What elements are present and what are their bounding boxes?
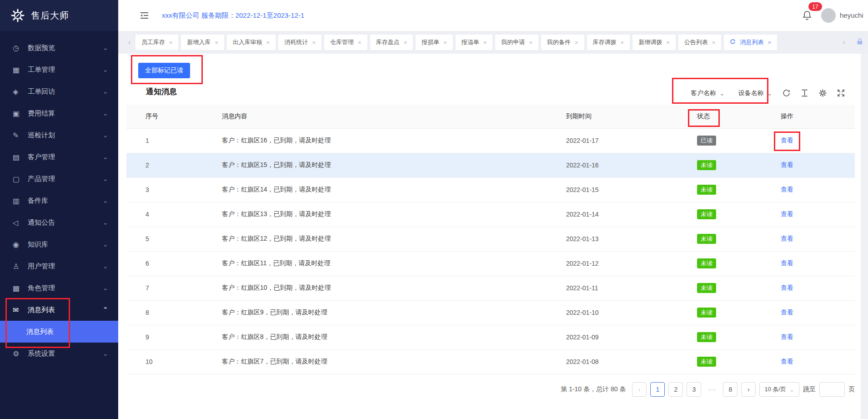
- tab-my-parts[interactable]: 我的备件 ×: [541, 35, 584, 50]
- status-badge: 未读: [697, 160, 716, 170]
- tab-message-list[interactable]: 消息列表 ×: [724, 35, 777, 50]
- billing-icon: ▣: [13, 109, 23, 118]
- close-icon[interactable]: ×: [529, 39, 532, 46]
- tabs-scroll-left-icon[interactable]: ‹: [128, 38, 131, 47]
- lock-icon[interactable]: [856, 38, 863, 47]
- announcement-icon: ◁: [13, 218, 23, 227]
- page-button-8[interactable]: 8: [723, 382, 738, 397]
- chevron-down-icon: ⌄: [102, 87, 108, 96]
- tab-new-inbound[interactable]: 新增入库 ×: [181, 35, 224, 50]
- jump-to-page-input[interactable]: [819, 382, 845, 397]
- close-icon[interactable]: ×: [169, 39, 173, 46]
- view-link[interactable]: 查看: [781, 308, 793, 316]
- sidebar-item-data-preview[interactable]: ◷ 数据预览 ⌄: [0, 37, 118, 59]
- refresh-icon[interactable]: [730, 39, 736, 46]
- chevron-down-icon: ⌄: [102, 240, 108, 248]
- user-mgmt-icon: ♙: [13, 262, 23, 271]
- menu-fold-icon[interactable]: [140, 12, 149, 21]
- close-icon[interactable]: ×: [768, 39, 771, 46]
- username[interactable]: heyuchi: [840, 0, 863, 31]
- page-button-2[interactable]: 2: [668, 382, 683, 397]
- sidebar-item-role-mgmt[interactable]: ▩ 角色管理 ⌄: [0, 277, 118, 299]
- view-link[interactable]: 查看: [781, 284, 793, 291]
- view-link[interactable]: 查看: [781, 333, 793, 340]
- sidebar-item-product-mgmt[interactable]: ▢ 产品管理 ⌄: [0, 168, 118, 190]
- tab-stock-take[interactable]: 库存盘点 ×: [370, 35, 413, 50]
- sidebar-item-announcement[interactable]: ◁ 通知公告 ⌄: [0, 212, 118, 233]
- chevron-down-icon: ⌄: [102, 175, 108, 183]
- sidebar-item-message-list[interactable]: ✉ 消息列表 ⌃: [0, 299, 118, 321]
- work-order-icon: ▦: [13, 66, 23, 74]
- spare-parts-icon: ▥: [13, 197, 23, 205]
- chevron-down-icon: ⌄: [102, 197, 108, 205]
- close-icon[interactable]: ×: [312, 39, 316, 46]
- page-button-3[interactable]: 3: [687, 382, 701, 397]
- tab-new-transfer[interactable]: 新增调拨 ×: [632, 35, 676, 50]
- close-icon[interactable]: ×: [443, 39, 447, 46]
- view-link[interactable]: 查看: [781, 235, 793, 242]
- close-icon[interactable]: ×: [358, 39, 361, 46]
- company-service-period[interactable]: xxx有限公司 服务期限：2022-12-1至2023-12-1: [162, 0, 304, 31]
- bell-icon[interactable]: [803, 10, 812, 22]
- sidebar-item-spare-parts[interactable]: ▥ 备件库 ⌄: [0, 190, 118, 212]
- tabs-container: 员工库存 × 新增入库 × 出入库审核 × 消耗统计 ×: [135, 35, 777, 50]
- sidebar-subitem-message-list-sub[interactable]: 消息列表: [0, 321, 118, 343]
- view-link[interactable]: 查看: [781, 161, 793, 168]
- sidebar-item-user-mgmt[interactable]: ♙ 用户管理 ⌄: [0, 255, 118, 277]
- settings-icon[interactable]: [818, 89, 827, 97]
- fullscreen-icon[interactable]: [837, 89, 845, 97]
- tab-announcement-list[interactable]: 公告列表 ×: [678, 35, 722, 50]
- tabs-scroll-right-icon[interactable]: ›: [843, 38, 845, 47]
- refresh-icon[interactable]: [782, 89, 791, 97]
- close-icon[interactable]: ×: [215, 39, 218, 46]
- close-icon[interactable]: ×: [712, 39, 716, 46]
- tab-my-apply[interactable]: 我的申请 ×: [495, 35, 538, 50]
- table-row: 9 客户：红旗区8，已到期，请及时处理 2022-01-09 未读 查看: [126, 325, 855, 349]
- view-link[interactable]: 查看: [781, 358, 793, 365]
- chevron-up-icon: ⌃: [102, 306, 108, 314]
- sidebar-item-work-order[interactable]: ▦ 工单管理 ⌄: [0, 59, 118, 81]
- tab-loss-report[interactable]: 报损单 ×: [416, 35, 453, 50]
- status-badge: 未读: [697, 258, 716, 268]
- customer-name-filter[interactable]: 客户名称 ⌄: [691, 89, 725, 97]
- sidebar-item-billing[interactable]: ▣ 费用结算 ⌄: [0, 102, 118, 124]
- tab-inout-audit[interactable]: 出入库审核 ×: [227, 35, 276, 50]
- sidebar-item-knowledge-base[interactable]: ◉ 知识库 ⌄: [0, 233, 118, 255]
- tab-staff-stock[interactable]: 员工库存 ×: [135, 35, 179, 50]
- close-icon[interactable]: ×: [404, 39, 407, 46]
- next-page-button[interactable]: ›: [741, 382, 756, 397]
- sidebar-item-work-order-visit[interactable]: ◈ 工单回访 ⌄: [0, 81, 118, 102]
- close-icon[interactable]: ×: [483, 39, 487, 46]
- device-name-filter[interactable]: 设备名称 ⌄: [738, 89, 773, 97]
- close-icon[interactable]: ×: [575, 39, 578, 46]
- tab-stock-transfer[interactable]: 库存调拨 ×: [587, 35, 630, 50]
- col-header-content: 消息内容: [222, 105, 566, 128]
- view-link[interactable]: 查看: [781, 186, 793, 193]
- avatar[interactable]: [821, 8, 836, 23]
- prev-page-button[interactable]: ‹: [632, 382, 647, 397]
- tab-warehouse-mgmt[interactable]: 仓库管理 ×: [324, 35, 367, 50]
- page-size-select[interactable]: 10 条/页 ⌄: [759, 382, 799, 397]
- view-link[interactable]: 查看: [781, 210, 793, 217]
- mark-all-read-button[interactable]: 全部标记已读: [138, 63, 190, 78]
- role-mgmt-icon: ▩: [13, 284, 23, 293]
- top-header: xxx有限公司 服务期限：2022-12-1至2023-12-1 17 heyu…: [118, 0, 868, 31]
- row-height-icon[interactable]: [800, 89, 809, 97]
- sidebar: 售后大师 ◷ 数据预览 ⌄ ▦ 工单管理 ⌄ ◈ 工单回访 ⌄ ▣ 费用结算 ⌄…: [0, 0, 118, 419]
- table-row: 10 客户：红旗区7，已到期，请及时处理 2022-01-08 未读 查看: [126, 349, 855, 374]
- view-link[interactable]: 查看: [781, 136, 793, 144]
- sidebar-item-inspection-plan[interactable]: ✎ 巡检计划 ⌄: [0, 124, 118, 146]
- tab-overflow-report[interactable]: 报溢单 ×: [456, 35, 493, 50]
- close-icon[interactable]: ×: [266, 39, 270, 46]
- tab-consumption-stats[interactable]: 消耗统计 ×: [278, 35, 321, 50]
- chevron-down-icon: ⌄: [102, 262, 108, 270]
- sidebar-item-system-settings[interactable]: ⚙ 系统设置 ⌄: [0, 343, 118, 364]
- page-button-1[interactable]: 1: [650, 382, 665, 397]
- view-link[interactable]: 查看: [781, 259, 793, 267]
- chevron-down-icon: ⌄: [102, 109, 108, 117]
- close-icon[interactable]: ×: [666, 39, 670, 46]
- scroll-gutter: [861, 54, 868, 419]
- status-badge: 未读: [697, 234, 716, 244]
- sidebar-item-customer-mgmt[interactable]: ▤ 客户管理 ⌄: [0, 146, 118, 168]
- close-icon[interactable]: ×: [621, 39, 624, 46]
